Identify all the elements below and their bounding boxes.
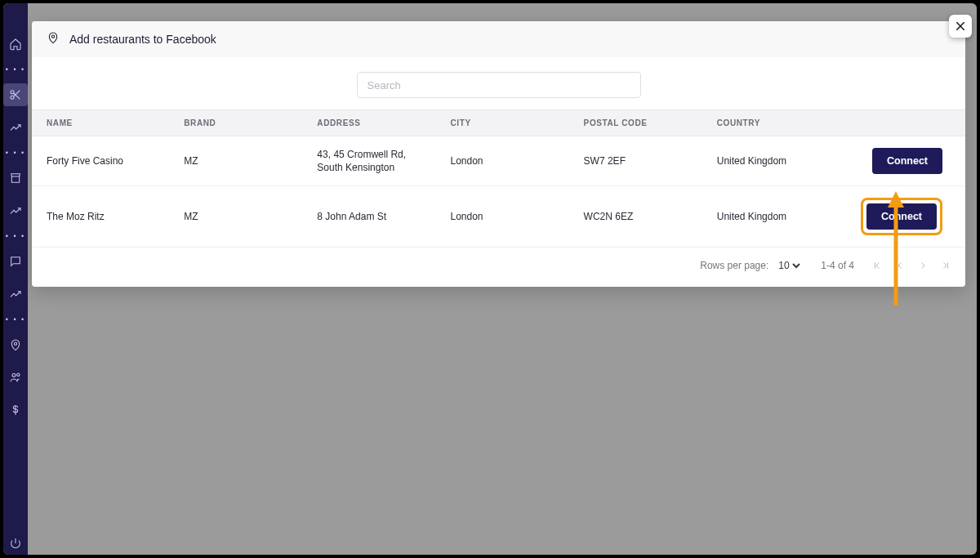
svg-point-4 xyxy=(17,373,20,376)
svg-point-1 xyxy=(11,96,14,99)
svg-point-5 xyxy=(51,35,54,38)
search-input[interactable] xyxy=(357,72,641,98)
rows-per-page: Rows per page: 10 xyxy=(700,259,803,272)
sidebar: • • • • • • • • • • • • xyxy=(3,3,28,555)
sidebar-item-location[interactable] xyxy=(3,333,28,356)
table-row: The Moz Ritz MZ 8 John Adam St London WC… xyxy=(32,186,965,248)
close-button[interactable] xyxy=(949,15,972,38)
pagination: Rows per page: 10 1-4 of 4 xyxy=(32,248,965,287)
cell-address: 8 John Adam St xyxy=(302,186,435,248)
cell-action: Connect xyxy=(844,136,965,186)
sidebar-item-scissors[interactable] xyxy=(3,83,28,106)
svg-point-3 xyxy=(12,373,16,377)
col-header-name[interactable]: NAME xyxy=(32,110,169,136)
connect-button[interactable]: Connect xyxy=(872,148,942,174)
table-row: Forty Five Casino MZ 43, 45 Cromwell Rd,… xyxy=(32,136,965,186)
col-header-city[interactable]: CITY xyxy=(435,110,568,136)
rows-per-page-select[interactable]: 10 xyxy=(775,259,803,272)
page-prev-button[interactable] xyxy=(895,261,905,270)
sidebar-item-power[interactable] xyxy=(3,532,28,555)
page-next-button[interactable] xyxy=(918,261,928,270)
add-restaurants-modal: Add restaurants to Facebook NAME BRAND A… xyxy=(32,21,965,287)
page-first-button[interactable] xyxy=(872,261,882,270)
restaurants-table: NAME BRAND ADDRESS CITY POSTAL CODE COUN… xyxy=(32,109,965,248)
location-pin-icon xyxy=(47,31,60,47)
col-header-address[interactable]: ADDRESS xyxy=(302,110,435,136)
sidebar-item-store[interactable] xyxy=(3,167,28,190)
modal-header: Add restaurants to Facebook xyxy=(32,21,965,57)
connect-button[interactable]: Connect xyxy=(866,203,937,230)
page-last-button[interactable] xyxy=(941,261,951,270)
cell-city: London xyxy=(435,186,568,248)
cell-address: 43, 45 Cromwell Rd, South Kensington xyxy=(302,136,435,186)
pagination-range: 1-4 of 4 xyxy=(821,260,854,271)
modal-title: Add restaurants to Facebook xyxy=(69,33,216,46)
col-header-country[interactable]: COUNTRY xyxy=(702,110,844,136)
sidebar-more-1[interactable]: • • • xyxy=(6,65,25,74)
rows-per-page-label: Rows per page: xyxy=(700,260,768,271)
sidebar-item-trend-3[interactable] xyxy=(3,283,28,306)
sidebar-item-home[interactable] xyxy=(3,33,28,56)
cell-brand: MZ xyxy=(169,186,302,248)
sidebar-more-2[interactable]: • • • xyxy=(6,149,25,157)
cell-city: London xyxy=(435,136,568,186)
cell-name: The Moz Ritz xyxy=(32,186,169,248)
sidebar-item-dollar[interactable] xyxy=(3,399,28,422)
cell-action: Connect xyxy=(844,186,965,248)
cell-brand: MZ xyxy=(169,136,302,186)
cell-postal: WC2N 6EZ xyxy=(569,186,702,248)
highlight-annotation: Connect xyxy=(861,198,942,235)
close-icon xyxy=(954,20,967,33)
cell-country: United Kingdom xyxy=(702,186,844,248)
col-header-brand[interactable]: BRAND xyxy=(169,110,302,136)
cell-country: United Kingdom xyxy=(702,136,844,186)
cell-postal: SW7 2EF xyxy=(569,136,702,186)
svg-point-2 xyxy=(14,342,16,345)
cell-name: Forty Five Casino xyxy=(32,136,169,186)
col-header-action xyxy=(844,110,965,136)
sidebar-item-trend-1[interactable] xyxy=(3,116,28,139)
col-header-postal[interactable]: POSTAL CODE xyxy=(569,110,702,136)
sidebar-item-trend-2[interactable] xyxy=(3,199,28,222)
sidebar-more-3[interactable]: • • • xyxy=(6,232,25,240)
sidebar-more-4[interactable]: • • • xyxy=(6,315,25,324)
page-nav xyxy=(872,261,951,270)
sidebar-item-chat[interactable] xyxy=(3,250,28,273)
search-row xyxy=(32,57,965,109)
svg-point-0 xyxy=(11,91,14,94)
sidebar-item-users[interactable] xyxy=(3,366,28,389)
